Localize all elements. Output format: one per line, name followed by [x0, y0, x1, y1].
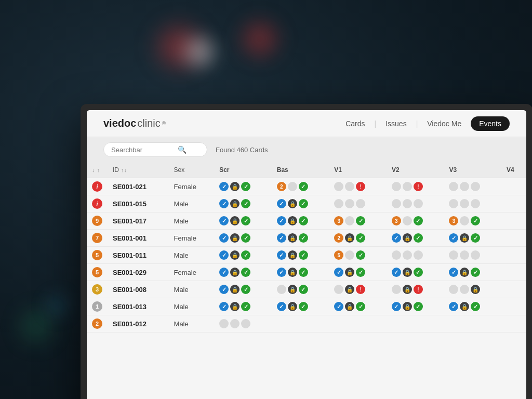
v4-cell[interactable]	[501, 281, 526, 298]
scr-cell[interactable]: ✓🔒✓	[214, 195, 272, 212]
col-header-v2[interactable]: V2	[387, 162, 444, 178]
bas-cell[interactable]: ✓🔒✓	[272, 247, 329, 264]
nav-issues[interactable]: Issues	[379, 116, 413, 131]
v3-cell[interactable]	[444, 315, 501, 332]
table-row[interactable]: 5 SE001-011 Male ✓🔒✓ ✓🔒✓ 5✓	[87, 247, 526, 264]
v2-cell[interactable]: 3✓	[387, 212, 444, 230]
bas-cell[interactable]	[272, 315, 329, 332]
id-cell[interactable]: SE001-017	[108, 212, 169, 230]
v3-cell[interactable]	[444, 195, 501, 212]
bas-cell[interactable]: ✓🔒✓	[272, 212, 329, 230]
table-row[interactable]: 1 SE001-013 Male ✓🔒✓ ✓🔒✓ ✓🔒✓ ✓🔒✓ ✓🔒✓	[87, 298, 526, 315]
id-cell[interactable]: SE001-013	[108, 298, 169, 315]
green-check-icon: ✓	[414, 216, 423, 225]
id-cell[interactable]: SE001-008	[108, 281, 169, 298]
id-cell[interactable]: SE001-012	[108, 315, 169, 332]
v3-cell[interactable]: ✓🔒✓	[444, 230, 501, 247]
nav-events[interactable]: Events	[471, 116, 510, 131]
orange-badge-icon: 3	[449, 216, 458, 225]
v4-cell[interactable]	[501, 247, 526, 264]
scr-cell[interactable]: ✓🔒✓	[214, 178, 272, 195]
lock-icon: 🔒	[288, 250, 297, 260]
bas-cell[interactable]: 🔒✓	[272, 281, 329, 298]
green-check-icon: ✓	[241, 268, 250, 277]
v2-cell[interactable]: ✓🔒✓	[387, 230, 444, 247]
id-cell[interactable]: SE001-015	[108, 195, 169, 212]
scr-cell[interactable]: ✓🔒✓	[214, 247, 272, 264]
orange-badge-icon: 2	[277, 182, 286, 191]
v2-cell[interactable]	[387, 195, 444, 212]
v2-cell[interactable]: !	[387, 178, 444, 195]
id-cell[interactable]: SE001-021	[108, 178, 169, 195]
nav-viedoc-me[interactable]: Viedoc Me	[421, 116, 468, 131]
v3-cell[interactable]: ✓🔒✓	[444, 264, 501, 281]
v3-cell[interactable]: 3✓	[444, 212, 501, 230]
scr-cell[interactable]: ✓🔒✓	[214, 281, 272, 298]
v2-cell[interactable]: ✓🔒✓	[387, 264, 444, 281]
v4-cell[interactable]	[501, 315, 526, 332]
v3-cell[interactable]	[444, 178, 501, 195]
col-header-v4[interactable]: V4	[501, 162, 526, 178]
table-row[interactable]: 5 SE001-029 Female ✓🔒✓ ✓🔒✓ ✓🔒✓ ✓🔒✓ ✓🔒✓	[87, 264, 526, 281]
nav-cards[interactable]: Cards	[339, 116, 371, 131]
scr-cell[interactable]: ✓🔒✓	[214, 212, 272, 230]
v1-cell[interactable]: 3✓	[329, 212, 387, 230]
bas-cell[interactable]: ✓🔒✓	[272, 195, 329, 212]
sex-cell: Male	[169, 247, 215, 264]
v3-cell[interactable]: ✓🔒✓	[444, 298, 501, 315]
v3-cell[interactable]: 🔒	[444, 281, 501, 298]
v4-cell[interactable]	[501, 230, 526, 247]
bas-cell[interactable]: ✓🔒✓	[272, 230, 329, 247]
v4-cell[interactable]	[501, 178, 526, 195]
scr-cell[interactable]: ✓🔒✓	[214, 264, 272, 281]
circle-icon	[334, 285, 343, 294]
table-row[interactable]: i SE001-015 Male ✓🔒✓ ✓🔒✓	[87, 195, 526, 212]
v1-cell[interactable]: 2🔒✓	[329, 230, 387, 247]
circle-icon	[449, 199, 458, 208]
flag-cell: i	[87, 178, 108, 195]
v1-cell[interactable]	[329, 315, 387, 332]
v1-cell[interactable]: ✓🔒✓	[329, 264, 387, 281]
table-row[interactable]: 3 SE001-008 Male ✓🔒✓ 🔒✓ 🔒! 🔒! 🔒	[87, 281, 526, 298]
scr-cell[interactable]: ✓🔒✓	[214, 230, 272, 247]
circle-icon	[392, 182, 401, 191]
col-header-bas[interactable]: Bas	[272, 162, 329, 178]
v1-cell[interactable]: ✓🔒✓	[329, 298, 387, 315]
v4-cell[interactable]	[501, 195, 526, 212]
v1-cell[interactable]	[329, 195, 387, 212]
search-box[interactable]: 🔍	[103, 142, 207, 157]
scr-cell[interactable]	[214, 315, 272, 332]
table-row[interactable]: 7 SE001-001 Female ✓🔒✓ ✓🔒✓ 2🔒✓ ✓🔒✓ ✓🔒✓	[87, 230, 526, 247]
col-header-sex[interactable]: Sex	[169, 162, 215, 178]
table-row[interactable]: i SE001-021 Female ✓🔒✓ 2✓ ! !	[87, 178, 526, 195]
table-row[interactable]: 2 SE001-012 Male	[87, 315, 526, 332]
search-icon: 🔍	[178, 145, 187, 154]
id-cell[interactable]: SE001-011	[108, 247, 169, 264]
v4-cell[interactable]	[501, 264, 526, 281]
col-header-scr[interactable]: Scr	[214, 162, 272, 178]
lock-icon: 🔒	[230, 285, 240, 294]
v2-cell[interactable]: ✓🔒✓	[387, 298, 444, 315]
id-cell[interactable]: SE001-001	[108, 230, 169, 247]
col-header-v3[interactable]: V3	[444, 162, 501, 178]
bas-cell[interactable]: ✓🔒✓	[272, 264, 329, 281]
lock-icon: 🔒	[288, 216, 297, 225]
v1-cell[interactable]: !	[329, 178, 387, 195]
bas-cell[interactable]: ✓🔒✓	[272, 298, 329, 315]
search-input[interactable]	[111, 146, 174, 154]
v2-cell[interactable]: 🔒!	[387, 281, 444, 298]
v2-cell[interactable]	[387, 247, 444, 264]
id-cell[interactable]: SE001-029	[108, 264, 169, 281]
v2-cell[interactable]	[387, 315, 444, 332]
v3-cell[interactable]	[444, 247, 501, 264]
v1-cell[interactable]: 5✓	[329, 247, 387, 264]
scr-cell[interactable]: ✓🔒✓	[214, 298, 272, 315]
bas-cell[interactable]: 2✓	[272, 178, 329, 195]
v4-cell[interactable]	[501, 212, 526, 230]
v1-cell[interactable]: 🔒!	[329, 281, 387, 298]
col-header-id[interactable]: ID ↑↓	[108, 162, 169, 178]
v4-cell[interactable]	[501, 298, 526, 315]
green-check-icon: ✓	[299, 302, 308, 311]
table-row[interactable]: 9 SE001-017 Male ✓🔒✓ ✓🔒✓ 3✓ 3✓ 3✓	[87, 212, 526, 230]
col-header-v1[interactable]: V1	[329, 162, 387, 178]
